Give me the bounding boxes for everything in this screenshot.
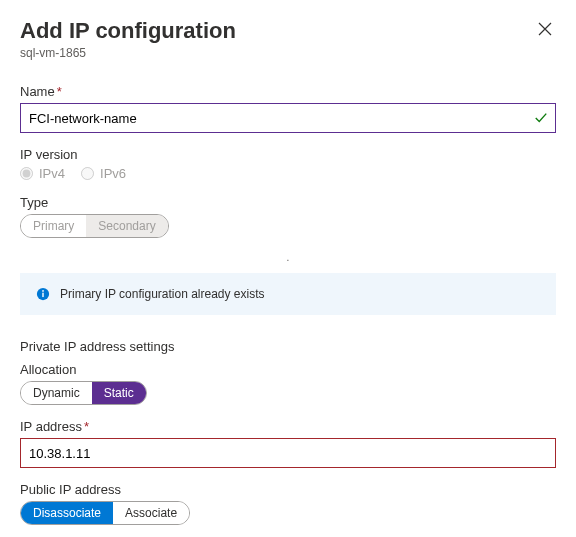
type-primary: Primary	[21, 215, 86, 237]
ip-address-label: IP address	[20, 419, 82, 434]
ip-address-input[interactable]	[20, 438, 556, 468]
close-icon	[538, 22, 552, 36]
allocation-static[interactable]: Static	[92, 382, 146, 404]
allocation-toggle[interactable]: Dynamic Static	[20, 381, 147, 405]
dot-separator: .	[20, 252, 556, 263]
ipv6-radio: IPv6	[81, 166, 126, 181]
close-button[interactable]	[534, 18, 556, 43]
name-input[interactable]	[20, 103, 556, 133]
public-associate[interactable]: Associate	[113, 502, 189, 524]
public-ip-toggle[interactable]: Disassociate Associate	[20, 501, 190, 525]
type-secondary: Secondary	[86, 215, 167, 237]
info-icon	[36, 287, 50, 301]
ip-address-required: *	[84, 419, 89, 434]
dialog-title: Add IP configuration	[20, 18, 236, 44]
type-label: Type	[20, 195, 556, 210]
public-disassociate[interactable]: Disassociate	[21, 502, 113, 524]
ipv6-label: IPv6	[100, 166, 126, 181]
ip-version-label: IP version	[20, 147, 556, 162]
name-label: Name	[20, 84, 55, 99]
allocation-dynamic[interactable]: Dynamic	[21, 382, 92, 404]
ipv4-radio: IPv4	[20, 166, 65, 181]
allocation-label: Allocation	[20, 362, 556, 377]
public-ip-label: Public IP address	[20, 482, 556, 497]
info-text: Primary IP configuration already exists	[60, 287, 265, 301]
name-required: *	[57, 84, 62, 99]
dialog-subtitle: sql-vm-1865	[20, 46, 236, 60]
type-toggle: Primary Secondary	[20, 214, 169, 238]
ipv4-label: IPv4	[39, 166, 65, 181]
private-section-title: Private IP address settings	[20, 339, 556, 354]
svg-point-2	[42, 290, 44, 292]
info-banner: Primary IP configuration already exists	[20, 273, 556, 315]
svg-rect-1	[42, 293, 43, 297]
